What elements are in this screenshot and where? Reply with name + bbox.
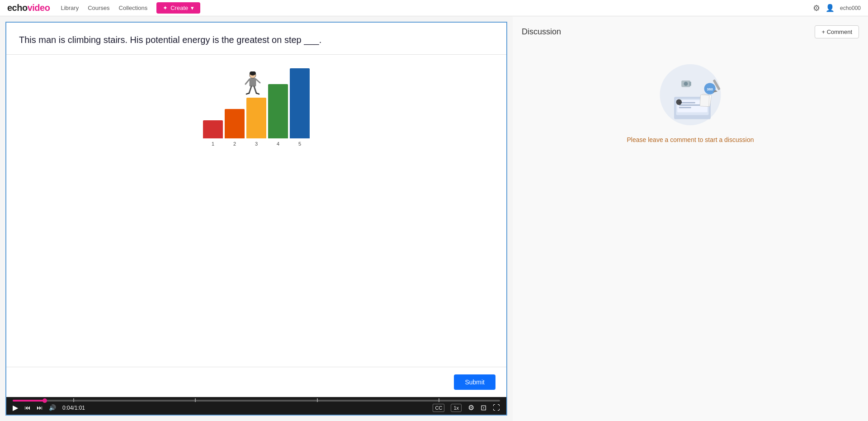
svg-line-3 [245, 79, 250, 84]
quiz-question: This man is climbing stairs. His potenti… [19, 33, 494, 46]
rewind-button[interactable]: ⏮ [24, 404, 30, 411]
discussion-illustration: 360 [650, 57, 731, 129]
header: echovideo Library Courses Collections ✦ … [0, 0, 868, 16]
progress-bar[interactable] [13, 400, 500, 402]
create-button[interactable]: ✦ Create ▾ [156, 2, 200, 14]
bar-label-2: 2 [233, 141, 236, 147]
volume-button[interactable]: 🔊 [49, 404, 56, 411]
rewind-icon: ⏮ [24, 404, 30, 411]
quiz-question-area: This man is climbing stairs. His potenti… [6, 23, 506, 55]
speed-label: 1x [453, 405, 459, 411]
bar-label-1: 1 [212, 141, 214, 147]
svg-rect-2 [250, 78, 256, 86]
logo: echovideo [7, 3, 50, 13]
header-right: echo000 [813, 3, 861, 13]
forward-icon: ⏭ [37, 404, 42, 411]
discussion-panel: Discussion + Comment 360 [513, 16, 868, 421]
settings-button[interactable]: ⚙ [468, 403, 474, 412]
nav-collections[interactable]: Collections [119, 5, 148, 11]
submit-button[interactable]: Submit [454, 374, 495, 390]
svg-rect-14 [679, 104, 702, 106]
svg-rect-15 [679, 107, 691, 109]
play-icon [13, 403, 18, 412]
bar-5: 5 [290, 68, 310, 138]
bar-3: 3 [246, 98, 266, 138]
cc-button[interactable]: CC [433, 404, 444, 412]
create-icon: ✦ [163, 5, 168, 11]
pip-icon: ⊡ [481, 403, 486, 412]
nav-library[interactable]: Library [61, 5, 79, 11]
svg-line-4 [256, 79, 260, 83]
nav: Library Courses Collections ✦ Create ▾ [61, 2, 802, 14]
video-section: This man is climbing stairs. His potenti… [5, 22, 507, 416]
svg-line-6 [254, 86, 256, 93]
controls-row: ⏮ ⏭ 🔊 0:04/1:01 CC 1x ⚙ [13, 403, 500, 412]
time-display: 0:04/1:01 [62, 405, 85, 411]
bar-label-4: 4 [277, 141, 279, 147]
video-controls: ⏮ ⏭ 🔊 0:04/1:01 CC 1x ⚙ [6, 397, 506, 415]
bar-label-5: 5 [298, 141, 301, 147]
bar-4: 4 [268, 84, 288, 138]
volume-icon: 🔊 [49, 404, 56, 411]
logo-echo: echo [7, 3, 28, 13]
create-label: Create [170, 5, 188, 11]
user-icon[interactable] [826, 3, 835, 13]
bar-2: 2 [225, 109, 245, 138]
svg-text:360: 360 [707, 87, 713, 91]
play-button[interactable] [13, 403, 18, 412]
quiz-image-area: 1 2 3 4 5 [6, 55, 506, 367]
discussion-header: Discussion + Comment [522, 25, 859, 38]
speed-button[interactable]: 1x [451, 404, 462, 412]
fullscreen-button[interactable]: ⛶ [493, 404, 500, 412]
svg-point-23 [676, 99, 682, 105]
logo-video: video [28, 3, 50, 13]
pip-button[interactable]: ⊡ [481, 403, 486, 412]
chevron-down-icon: ▾ [191, 5, 194, 11]
svg-rect-25 [700, 95, 709, 107]
discussion-empty-text: Please leave a comment to start a discus… [627, 136, 754, 143]
forward-button[interactable]: ⏭ [37, 404, 42, 411]
discussion-title: Discussion [522, 27, 561, 37]
svg-line-5 [249, 86, 251, 93]
bar-1: 1 [203, 120, 223, 138]
settings-icon[interactable] [813, 3, 820, 13]
svg-line-7 [246, 93, 249, 94]
fullscreen-icon: ⛶ [493, 404, 500, 412]
nav-courses[interactable]: Courses [88, 5, 109, 11]
svg-line-8 [256, 93, 259, 94]
discussion-empty-state: 360 Please leave a comment to start a di… [522, 47, 859, 143]
controls-right: CC 1x ⚙ ⊡ ⛶ [433, 403, 500, 412]
submit-area: Submit [6, 367, 506, 397]
add-comment-button[interactable]: + Comment [815, 25, 859, 38]
person-figure [243, 71, 263, 99]
settings-icon: ⚙ [468, 403, 474, 412]
svg-rect-22 [689, 82, 691, 86]
main-layout: This man is climbing stairs. His potenti… [0, 16, 868, 421]
cc-icon: CC [435, 405, 442, 411]
quiz-content: This man is climbing stairs. His potenti… [6, 23, 506, 397]
svg-point-21 [684, 82, 688, 86]
username: echo000 [840, 5, 861, 11]
bar-label-3: 3 [255, 141, 258, 147]
